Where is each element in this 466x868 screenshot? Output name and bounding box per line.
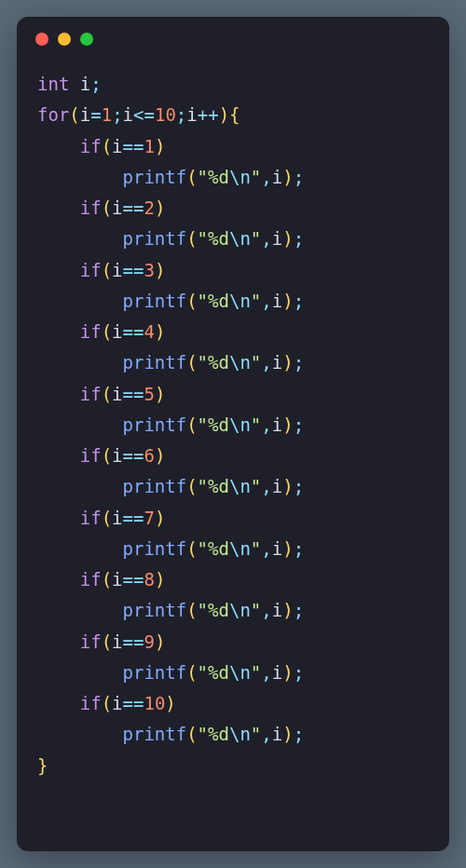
paren-open: ( xyxy=(186,167,197,187)
paren-close: ) xyxy=(282,662,293,683)
brace-open: { xyxy=(229,104,240,125)
escape-sequence: \n xyxy=(229,167,251,187)
comma: , xyxy=(261,414,271,435)
paren-close: ) xyxy=(155,384,165,404)
comma: , xyxy=(261,167,271,187)
keyword: if xyxy=(80,445,102,466)
comma: , xyxy=(261,352,271,373)
paren-close: ) xyxy=(282,352,293,373)
semicolon: ; xyxy=(294,538,304,559)
identifier: i xyxy=(112,260,122,280)
function-name: printf xyxy=(123,662,187,683)
keyword: if xyxy=(80,260,102,280)
semicolon: ; xyxy=(176,104,186,125)
keyword: if xyxy=(80,136,102,156)
paren-open: ( xyxy=(186,291,197,311)
paren-close: ) xyxy=(155,197,165,218)
string-body: %d xyxy=(208,414,229,435)
window-titlebar xyxy=(17,17,449,61)
identifier: i xyxy=(272,724,282,744)
identifier: i xyxy=(186,104,197,125)
number: 2 xyxy=(144,197,154,218)
string-body: %d xyxy=(208,476,229,496)
minimize-icon[interactable] xyxy=(58,33,71,46)
identifier: i xyxy=(272,662,282,683)
string-quote: " xyxy=(251,476,261,496)
semicolon: ; xyxy=(294,600,304,620)
number: 6 xyxy=(144,445,154,466)
paren-open: ( xyxy=(102,321,112,342)
maximize-icon[interactable] xyxy=(80,33,93,46)
string-quote: " xyxy=(251,538,261,559)
identifier: i xyxy=(112,631,122,652)
paren-open: ( xyxy=(186,724,197,744)
identifier: i xyxy=(112,445,122,466)
paren-open: ( xyxy=(186,476,197,496)
identifier: i xyxy=(272,600,282,620)
escape-sequence: \n xyxy=(229,476,251,496)
string-quote: " xyxy=(251,228,261,249)
string-quote: " xyxy=(198,414,208,435)
operator: == xyxy=(123,260,144,280)
identifier: i xyxy=(272,167,282,187)
operator: == xyxy=(123,631,144,652)
paren-open: ( xyxy=(102,631,112,652)
escape-sequence: \n xyxy=(229,228,251,249)
paren-open: ( xyxy=(102,693,112,713)
comma: , xyxy=(261,476,271,496)
semicolon: ; xyxy=(294,228,304,249)
string-quote: " xyxy=(251,414,261,435)
keyword: if xyxy=(80,693,102,713)
string-quote: " xyxy=(198,662,208,683)
comma: , xyxy=(261,600,271,620)
identifier: i xyxy=(112,136,122,156)
string-quote: " xyxy=(198,476,208,496)
identifier: i xyxy=(80,104,90,125)
semicolon: ; xyxy=(294,352,304,373)
identifier: i xyxy=(112,197,122,218)
string-quote: " xyxy=(251,662,261,683)
semicolon: ; xyxy=(90,74,101,94)
paren-open: ( xyxy=(186,538,197,559)
escape-sequence: \n xyxy=(229,352,251,373)
semicolon: ; xyxy=(294,662,304,683)
paren-close: ) xyxy=(282,291,293,311)
string-quote: " xyxy=(198,538,208,559)
paren-open: ( xyxy=(102,384,112,404)
string-body: %d xyxy=(208,352,229,373)
string-body: %d xyxy=(208,538,229,559)
keyword: if xyxy=(80,631,102,652)
paren-open: ( xyxy=(102,569,112,590)
semicolon: ; xyxy=(112,104,122,125)
identifier: i xyxy=(272,352,282,373)
paren-open: ( xyxy=(69,104,79,125)
escape-sequence: \n xyxy=(229,538,251,559)
escape-sequence: \n xyxy=(229,414,251,435)
keyword: if xyxy=(80,197,102,218)
comma: , xyxy=(261,724,271,744)
semicolon: ; xyxy=(294,724,304,744)
function-name: printf xyxy=(123,476,187,496)
number: 1 xyxy=(144,136,154,156)
string-quote: " xyxy=(198,352,208,373)
close-icon[interactable] xyxy=(35,33,48,46)
paren-open: ( xyxy=(186,228,197,249)
string-quote: " xyxy=(251,600,261,620)
keyword: if xyxy=(80,508,102,528)
comma: , xyxy=(261,662,271,683)
paren-close: ) xyxy=(282,414,293,435)
string-quote: " xyxy=(198,228,208,249)
function-name: printf xyxy=(123,291,187,311)
string-body: %d xyxy=(208,724,229,744)
paren-close: ) xyxy=(155,569,165,590)
operator: == xyxy=(123,445,144,466)
semicolon: ; xyxy=(294,414,304,435)
paren-close: ) xyxy=(155,136,165,156)
escape-sequence: \n xyxy=(229,662,251,683)
identifier: i xyxy=(272,476,282,496)
number: 7 xyxy=(144,508,154,528)
identifier: i xyxy=(272,538,282,559)
semicolon: ; xyxy=(294,291,304,311)
operator: = xyxy=(90,104,101,125)
comma: , xyxy=(261,538,271,559)
